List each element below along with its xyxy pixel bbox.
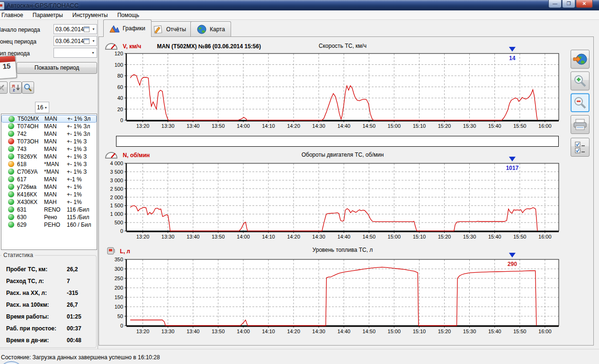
vehicle-row[interactable]: 617MAN+-1 % <box>1 176 97 183</box>
vehicle-row[interactable]: Т502МХMAN+- 1% Зл <box>1 115 97 123</box>
svg-text:1 500: 1 500 <box>110 203 123 208</box>
status-dot-green <box>8 176 14 182</box>
menu-main[interactable]: Главное <box>0 11 28 19</box>
svg-text:13:50: 13:50 <box>212 234 225 240</box>
search-button[interactable] <box>22 81 34 94</box>
show-on-map-button[interactable] <box>571 50 590 69</box>
period-end-input[interactable]: 03.06.2014 ▼ <box>54 36 97 46</box>
vehicle-row[interactable]: 629РЕНО160 / Бил <box>1 221 97 229</box>
period-start-input[interactable]: 03.06.2014 ▼ <box>54 24 97 34</box>
vehicle-name: Х430КХ <box>17 198 37 206</box>
vehicle-calibration: 160 / Бил <box>67 221 91 229</box>
svg-text:0: 0 <box>120 117 123 123</box>
svg-text:15:40: 15:40 <box>488 123 501 129</box>
rpm-chart[interactable]: 05001 0001 5002 0002 5003 0003 5004 0001… <box>101 155 563 241</box>
chevron-down-icon[interactable]: ▼ <box>92 39 95 43</box>
svg-text:300: 300 <box>115 266 123 272</box>
svg-text:14:40: 14:40 <box>337 234 350 240</box>
statistic-label: Пробег ТС, км: <box>6 266 47 273</box>
zoom-out-icon <box>573 96 587 109</box>
globe-arrow-icon <box>573 53 587 66</box>
menu-parameters[interactable]: Параметры <box>28 11 68 19</box>
minimize-button[interactable]: — <box>548 0 562 8</box>
vehicle-row[interactable]: 743MAN+- 1% З <box>1 145 97 153</box>
svg-text:60: 60 <box>117 84 123 90</box>
vehicle-row[interactable]: 630Рено115 /Бил <box>1 213 97 221</box>
vehicle-row[interactable]: Т073ОНMAN+- 1% З <box>1 138 97 145</box>
vehicle-row[interactable]: Т826УКMAN+- 1% З <box>1 153 97 160</box>
vehicle-row[interactable]: Т074ОНMAN+- 1% Зл <box>1 123 97 130</box>
vehicle-calibration: +-1 % <box>67 176 82 183</box>
tab-charts[interactable]: Графики <box>103 19 152 37</box>
speed-chart[interactable]: 02040608010012013:2013:3013:4013:5014:00… <box>101 45 563 131</box>
vehicle-brand: RENO <box>44 206 61 213</box>
legend-options-button[interactable] <box>571 138 590 157</box>
sort-button[interactable]: Я z <box>9 81 22 94</box>
zoom-in-button[interactable] <box>571 71 590 90</box>
status-dot-orange <box>8 161 14 167</box>
list-count-select[interactable]: 16 ▼ <box>35 102 49 113</box>
close-button[interactable]: ✕ <box>576 0 593 8</box>
vehicle-row[interactable]: Х430КХМАН+- 1% <box>1 198 97 206</box>
statistic-value: 00:37 <box>67 325 81 332</box>
zoom-out-button[interactable] <box>571 93 590 112</box>
status-dot-green <box>8 153 14 160</box>
vehicle-row[interactable]: С706УА*MAN+- 1% З <box>1 168 97 176</box>
vehicle-name: 742 <box>17 130 27 138</box>
svg-text:15:10: 15:10 <box>413 234 426 240</box>
status-dot-green <box>8 191 14 197</box>
svg-text:15:20: 15:20 <box>438 234 451 240</box>
menu-help[interactable]: Помощь <box>113 11 144 19</box>
chevron-down-icon[interactable]: ▼ <box>92 27 95 31</box>
print-button[interactable] <box>571 115 590 134</box>
svg-text:290: 290 <box>508 261 517 267</box>
svg-text:80: 80 <box>117 73 123 79</box>
svg-text:14:10: 14:10 <box>262 328 275 334</box>
svg-text:14:20: 14:20 <box>287 123 300 129</box>
vehicle-list[interactable]: Т502МХMAN+- 1% ЗлТ074ОНMAN+- 1% Зл742MAN… <box>1 114 97 250</box>
svg-text:15:50: 15:50 <box>513 123 527 129</box>
vehicle-brand: *MAN <box>44 168 59 176</box>
svg-text:14:40: 14:40 <box>337 328 350 334</box>
tab-map[interactable]: Карта <box>190 21 231 36</box>
svg-text:14:30: 14:30 <box>312 123 325 129</box>
svg-text:13:30: 13:30 <box>161 123 175 129</box>
vehicle-name: 618 <box>17 160 27 168</box>
svg-text:120: 120 <box>115 51 123 56</box>
vehicle-name: 631 <box>17 206 27 213</box>
statistic-row: Время работы:01:25 <box>0 313 96 321</box>
vehicle-name: 629 <box>17 221 27 229</box>
svg-text:14: 14 <box>509 55 516 62</box>
vehicle-row[interactable]: 618*MAN+- 1% З <box>1 160 97 168</box>
settings-tools-button[interactable] <box>0 81 8 94</box>
svg-text:0: 0 <box>120 228 123 234</box>
restore-button[interactable]: ❐ <box>562 0 575 8</box>
svg-text:500: 500 <box>115 220 123 225</box>
menu-tools[interactable]: Инструменты <box>68 11 113 19</box>
search-icon <box>24 83 32 92</box>
status-dot-green <box>8 206 14 213</box>
tools-icon <box>0 84 5 91</box>
status-dot-green <box>8 184 14 190</box>
svg-text:15:50: 15:50 <box>513 328 527 334</box>
vehicle-row[interactable]: 742MAN+- 1% Зл <box>1 130 97 138</box>
svg-text:2 000: 2 000 <box>110 195 123 200</box>
marker-triangle-icon <box>509 47 516 52</box>
vehicle-calibration: +- 1% З <box>67 153 87 160</box>
statistics-title: Статистика <box>1 252 35 258</box>
vehicle-calibration: 116 /Бил <box>67 206 89 213</box>
fuel-chart[interactable]: 05010015020025030035013:2013:3013:4013:5… <box>101 251 563 336</box>
vehicle-row[interactable]: у726маMAN+- 1% <box>1 183 97 191</box>
vehicle-row[interactable]: 631RENO116 /Бил <box>1 206 97 213</box>
vehicle-name: Т826УК <box>17 153 37 160</box>
statistic-row: Время в дв-ии:00:48 <box>0 337 96 345</box>
period-type-select[interactable]: ▼ <box>54 48 97 58</box>
svg-text:15:40: 15:40 <box>488 234 501 240</box>
calendar-mini-icon[interactable] <box>84 38 89 44</box>
tab-reports[interactable]: Отчёты <box>147 21 192 36</box>
calendar-mini-icon[interactable] <box>84 27 89 32</box>
show-period-button[interactable]: Показать период <box>17 62 97 74</box>
vehicle-row[interactable]: К416КХMAN+- 1% <box>1 191 97 198</box>
svg-text:1017: 1017 <box>506 165 519 171</box>
vehicle-name: Т073ОН <box>17 138 38 145</box>
